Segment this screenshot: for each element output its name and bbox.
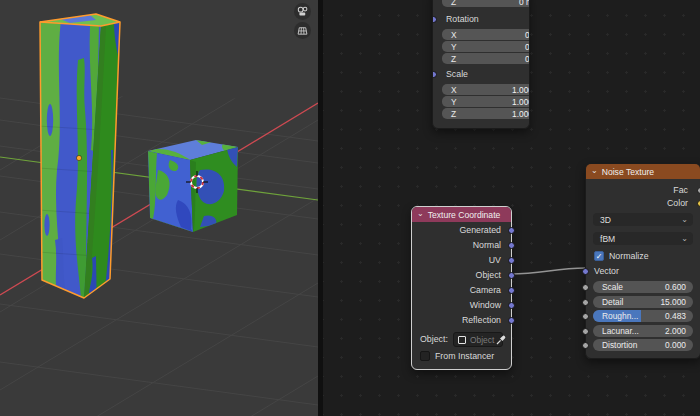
lacunarity-slider[interactable]: Lacunar... 2.000 bbox=[593, 325, 693, 337]
vector-input-label: Vector bbox=[594, 265, 619, 277]
detail-slider[interactable]: Detail 15.000 bbox=[593, 296, 693, 308]
roughness-input-socket[interactable] bbox=[582, 313, 589, 320]
texture-coordinate-header[interactable]: ⌄ Texture Coordinate bbox=[412, 207, 511, 222]
scale-z-field[interactable]: Z 1.000 bbox=[442, 108, 530, 119]
chevron-down-icon[interactable]: ⌄ bbox=[417, 210, 424, 218]
tall-cube-object[interactable] bbox=[36, 14, 125, 303]
scale-input-socket[interactable] bbox=[582, 284, 589, 291]
detail-input-socket[interactable] bbox=[582, 299, 589, 306]
rotation-x-field[interactable]: X 0° bbox=[442, 29, 530, 40]
scale-input-socket[interactable] bbox=[432, 71, 437, 78]
distortion-input-socket[interactable] bbox=[582, 342, 589, 349]
generated-output-socket[interactable] bbox=[508, 227, 515, 234]
orthographic-grid-icon bbox=[297, 25, 308, 36]
roughness-slider[interactable]: Roughn... 0.483 bbox=[593, 310, 693, 322]
camera-view-icon bbox=[297, 6, 308, 17]
normalize-checkbox[interactable]: ✓ bbox=[594, 251, 604, 261]
scale-y-field[interactable]: Y 1.000 bbox=[442, 96, 530, 107]
object-origin-dot bbox=[76, 155, 81, 160]
chevron-down-icon: ⌄ bbox=[681, 235, 688, 243]
chevron-down-icon: ⌄ bbox=[681, 216, 688, 224]
noise-texture-header[interactable]: ⌄ Noise Texture bbox=[586, 164, 700, 179]
from-instancer-label: From Instancer bbox=[435, 351, 494, 361]
scale-slider[interactable]: Scale 0.600 bbox=[593, 281, 693, 293]
output-generated: Generated bbox=[421, 224, 501, 236]
output-window: Window bbox=[421, 299, 501, 311]
object-data-icon bbox=[458, 336, 466, 344]
output-normal: Normal bbox=[421, 239, 501, 251]
camera-view-button[interactable] bbox=[294, 3, 311, 20]
normalize-row[interactable]: ✓ Normalize bbox=[594, 251, 649, 261]
chevron-down-icon[interactable]: ⌄ bbox=[591, 167, 598, 175]
object-output-socket[interactable] bbox=[508, 272, 515, 279]
output-camera: Camera bbox=[421, 284, 501, 296]
rotation-z-field[interactable]: Z 0° bbox=[442, 53, 530, 64]
vector-input-socket[interactable] bbox=[582, 268, 589, 275]
node-title: Noise Texture bbox=[602, 167, 654, 177]
object-field-placeholder: Object bbox=[470, 335, 494, 345]
rotation-input-socket[interactable] bbox=[432, 16, 437, 23]
output-color: Color bbox=[598, 197, 688, 209]
camera-output-socket[interactable] bbox=[508, 287, 515, 294]
lacunarity-input-socket[interactable] bbox=[582, 328, 589, 335]
dimensions-dropdown[interactable]: 3D ⌄ bbox=[593, 213, 693, 226]
rotation-label: Rotation bbox=[446, 13, 479, 25]
distortion-slider[interactable]: Distortion 0.000 bbox=[593, 339, 693, 351]
from-instancer-row[interactable]: From Instancer bbox=[420, 351, 494, 361]
noise-texture-node[interactable]: ⌄ Noise Texture Fac Color 3D ⌄ fBM ⌄ ✓ N… bbox=[585, 163, 700, 359]
output-object: Object bbox=[421, 269, 501, 281]
node-title: Texture Coordinate bbox=[428, 210, 501, 220]
output-reflection: Reflection bbox=[421, 314, 501, 326]
normal-output-socket[interactable] bbox=[508, 242, 515, 249]
output-fac: Fac bbox=[598, 184, 688, 196]
output-uv: UV bbox=[421, 254, 501, 266]
normalize-label: Normalize bbox=[609, 251, 649, 261]
uv-output-socket[interactable] bbox=[508, 257, 515, 264]
scale-label: Scale bbox=[446, 68, 468, 80]
viewport-3d[interactable] bbox=[0, 0, 318, 416]
viewport-scene bbox=[0, 0, 318, 416]
texture-coordinate-node[interactable]: ⌄ Texture Coordinate Generated Normal UV… bbox=[411, 206, 512, 370]
from-instancer-checkbox[interactable] bbox=[420, 351, 430, 361]
rotation-y-field[interactable]: Y 0° bbox=[442, 41, 530, 52]
perspective-toggle-button[interactable] bbox=[294, 22, 311, 39]
window-output-socket[interactable] bbox=[508, 302, 515, 309]
blender-window: Z 0 m Rotation X 0° Y 0° Z 0° Scale X 1.… bbox=[0, 0, 700, 416]
scale-x-field[interactable]: X 1.000 bbox=[442, 84, 530, 95]
noise-type-dropdown[interactable]: fBM ⌄ bbox=[593, 232, 693, 245]
shader-node-editor[interactable]: Z 0 m Rotation X 0° Y 0° Z 0° Scale X 1.… bbox=[323, 0, 700, 416]
reflection-output-socket[interactable] bbox=[508, 317, 515, 324]
transform-node-partial[interactable]: Z 0 m Rotation X 0° Y 0° Z 0° Scale X 1.… bbox=[432, 0, 530, 129]
eyedropper-icon[interactable] bbox=[496, 333, 507, 345]
object-field-label: Object: bbox=[420, 333, 448, 345]
location-z-field[interactable]: Z 0 m bbox=[442, 0, 530, 7]
wire-object-to-vector bbox=[510, 268, 586, 274]
